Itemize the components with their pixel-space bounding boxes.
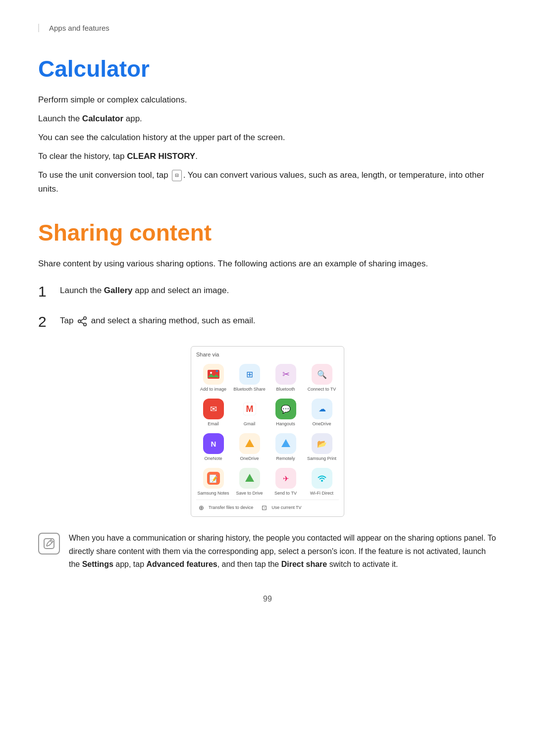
svg-text:☁: ☁ [318,404,325,413]
step-2: 2 Tap and select a sharing method, such … [38,312,497,331]
ss-icon-hangouts: 💬 [275,399,296,419]
step-list: 1 Launch the Gallery app and select an i… [38,282,497,331]
calc-line-4: To clear the history, tap CLEAR HISTORY. [38,150,497,163]
step-1: 1 Launch the Gallery app and select an i… [38,282,497,301]
ss-icon-wifi-direct [312,468,332,489]
svg-point-2 [84,323,87,326]
ss-footer-label-transfer: Transfer files to device [209,505,253,510]
svg-text:📂: 📂 [317,439,327,449]
ss-label-onedrive: OneDrive [312,421,331,427]
ss-item-wifi-direct: Wi-Fi Direct [305,465,339,498]
ss-footer-icon-tv: ⊡ [259,503,269,512]
calc-line-1: Perform simple or complex calculations. [38,93,497,107]
svg-text:💬: 💬 [281,404,291,414]
ss-footer-label-tv: Use current TV [271,505,301,510]
svg-line-3 [81,322,84,324]
ss-icon-samsung-print: 📂 [312,433,332,454]
ss-label-bluetooth-share: Bluetooth Share [233,387,266,392]
ss-grid: Add to image ⊞ Bluetooth Share ✂ Bluetoo… [196,361,339,498]
ss-item-bluetooth: ✂ Bluetooth [268,361,303,394]
svg-text:🔍: 🔍 [317,370,327,379]
ss-label-email: Email [208,421,219,427]
ss-icon-onedrive2 [239,433,260,454]
ss-label-gmail: Gmail [244,421,256,427]
calc-line-5: To use the unit conversion tool, tap ⊟. … [38,168,497,196]
ss-label-send-tv: Send to TV [274,491,297,496]
breadcrumb: Apps and features [49,24,497,32]
ss-label-wifi-direct: Wi-Fi Direct [310,491,333,496]
svg-text:✂: ✂ [282,369,289,379]
ss-label-remotely: Remotely [276,456,295,461]
ss-footer-item-transfer: ⊕ Transfer files to device [196,503,253,512]
ss-icon-connect-tv: 🔍 [312,364,332,385]
ss-icon-remotely [275,433,296,454]
ss-item-connect-tv: 🔍 Connect to TV [305,361,339,394]
svg-line-39 [50,541,52,543]
ss-label-save-drive: Save to Drive [236,491,263,496]
ss-label-samsung-print: Samsung Print [307,456,336,461]
ss-icon-onedrive: ☁ [312,399,332,419]
svg-point-1 [78,320,81,323]
step-1-text: Launch the Gallery app and select an ima… [60,282,229,298]
ss-icon-send-tv: ✈ [275,468,296,489]
sharing-intro: Share content by using various sharing o… [38,257,497,271]
ss-icon-samsung-notes: 📝 [203,468,224,489]
screenshot-wrap: Share via Add to image ⊞ Bluetooth Share [38,346,497,517]
note-pencil-icon [38,533,60,554]
ss-item-save-drive: Save to Drive [232,465,267,498]
ss-label-connect-tv: Connect to TV [308,387,336,392]
ss-label-onenote: OneNote [204,456,222,461]
ss-item-send-tv: ✈ Send to TV [268,465,303,498]
svg-text:✈: ✈ [282,474,289,483]
ss-icon-save-drive [239,468,260,489]
step-2-text: Tap and select a sharing method, such as… [60,312,256,328]
page-number: 99 [38,595,497,604]
svg-point-0 [84,316,87,319]
ss-item-onedrive: ☁ OneDrive [305,396,339,429]
svg-text:✉: ✉ [210,404,217,414]
ss-item-onenote: N OneNote [196,431,230,463]
svg-point-6 [210,372,212,374]
ss-item-bluetooth-share: ⊞ Bluetooth Share [232,361,267,394]
ss-item-add-to-image: Add to image [196,361,230,394]
ss-header: Share via [196,352,339,357]
ss-label-add-to-image: Add to image [200,387,226,392]
ss-label-samsung-notes: Samsung Notes [197,491,229,496]
sharing-title: Sharing content [38,220,497,246]
step-1-num: 1 [38,282,60,301]
svg-rect-38 [44,539,54,549]
page: Apps and features Calculator Perform sim… [0,0,535,756]
calculator-section: Calculator Perform simple or complex cal… [38,56,497,196]
note-text: When you have a communication or sharing… [69,532,497,571]
ss-item-samsung-notes: 📝 Samsung Notes [196,465,230,498]
ss-label-onedrive2: OneDrive [240,456,259,461]
ss-icon-email: ✉ [203,399,224,419]
screenshot-box: Share via Add to image ⊞ Bluetooth Share [191,346,344,517]
svg-text:📝: 📝 [209,474,218,483]
ss-item-samsung-print: 📂 Samsung Print [305,431,339,463]
svg-text:N: N [211,440,216,448]
ss-footer-item-tv: ⊡ Use current TV [259,503,301,512]
sharing-section: Sharing content Share content by using v… [38,220,497,571]
unit-conversion-icon: ⊟ [172,170,181,182]
svg-text:⊞: ⊞ [246,370,253,379]
ss-footer-icon-transfer: ⊕ [196,503,206,512]
calculator-title: Calculator [38,56,497,82]
ss-icon-bluetooth-share: ⊞ [239,364,260,385]
ss-item-gmail: M Gmail [232,396,267,429]
ss-item-remotely: Remotely [268,431,303,463]
ss-footer: ⊕ Transfer files to device ⊡ Use current… [196,500,339,512]
ss-icon-bluetooth: ✂ [275,364,296,385]
calc-line-3: You can see the calculation history at t… [38,131,497,145]
ss-icon-onenote: N [203,433,224,454]
ss-item-email: ✉ Email [196,396,230,429]
svg-text:M: M [246,404,253,414]
ss-label-hangouts: Hangouts [276,421,295,427]
ss-label-bluetooth: Bluetooth [276,387,295,392]
svg-line-4 [81,319,84,321]
ss-item-hangouts: 💬 Hangouts [268,396,303,429]
ss-icon-gmail: M [239,399,260,419]
note-box: When you have a communication or sharing… [38,532,497,571]
svg-point-37 [321,480,323,482]
calc-line-2: Launch the Calculator app. [38,112,497,126]
